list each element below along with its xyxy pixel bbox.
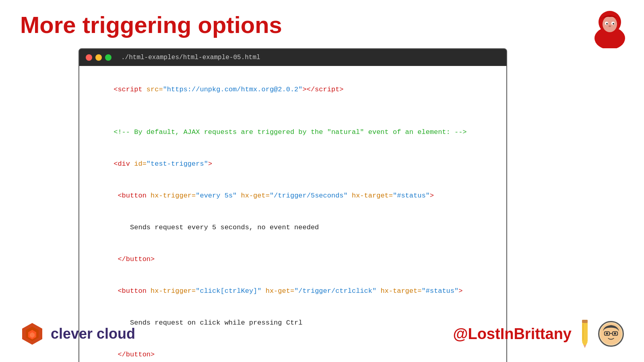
- code-div-tag: <div: [114, 160, 134, 168]
- code-blank-1: [89, 106, 497, 116]
- window-titlebar: ./html-examples/html-example-05.html: [79, 49, 506, 66]
- svg-point-2: [603, 16, 617, 32]
- code-tag: <script: [114, 86, 147, 93]
- code-btn2-attr1: hx-trigger=: [151, 287, 196, 295]
- avatar-mascot: [598, 321, 624, 347]
- code-btn2-attr3: hx-target=: [380, 287, 421, 295]
- code-comment-1: <!-- By default, AJAX requests are trigg…: [89, 116, 497, 148]
- code-div-close: >: [208, 160, 212, 168]
- code-space1: [114, 192, 118, 200]
- code-attr: src=: [147, 86, 163, 93]
- code-sp6: [114, 351, 118, 358]
- code-div-open: <div id="test-triggers">: [89, 148, 497, 180]
- svg-point-22: [614, 332, 616, 334]
- social-section: @LostInBrittany: [453, 318, 624, 350]
- svg-point-6: [613, 23, 614, 25]
- code-btn1-open: <button hx-trigger="every 5s" hx-get="/t…: [89, 180, 497, 212]
- clever-cloud-text: clever cloud: [51, 325, 135, 342]
- code-window: ./html-examples/html-example-05.html <sc…: [78, 48, 507, 362]
- window-path: ./html-examples/html-example-05.html: [121, 54, 260, 61]
- code-sp3: [114, 255, 118, 263]
- code-comment-text: <!-- By default, AJAX requests are trigg…: [114, 128, 466, 136]
- code-btn1-val3: "#status": [393, 192, 430, 200]
- bottom-bar: clever cloud @LostInBrittany: [0, 318, 644, 350]
- code-div-attr: id=: [134, 160, 147, 168]
- code-val: "https://unpkg.com/htmx.org@2.0.2": [163, 86, 303, 93]
- svg-point-21: [606, 332, 608, 334]
- traffic-light-yellow[interactable]: [95, 54, 102, 61]
- code-tag2: ></script>: [303, 86, 344, 93]
- code-div-val: "test-triggers": [147, 160, 208, 168]
- svg-point-5: [606, 23, 608, 25]
- code-btn1-attr2: hx-get=: [241, 192, 270, 200]
- page-title: More triggering options: [20, 11, 282, 38]
- svg-point-7: [609, 25, 611, 27]
- svg-marker-14: [584, 345, 586, 348]
- svg-rect-16: [582, 324, 584, 340]
- code-btn1-attr1: hx-trigger=: [151, 192, 196, 200]
- code-btn1-close: </button>: [89, 244, 497, 276]
- clever-cloud-icon: [20, 322, 44, 346]
- code-sp5: [376, 287, 380, 295]
- code-btn2-open: <button hx-trigger="click[ctrlKey]" hx-g…: [89, 276, 497, 307]
- code-btn2-attr2: hx-get=: [266, 287, 294, 295]
- code-sp1: [237, 192, 241, 200]
- code-space2: [114, 287, 118, 295]
- code-btn1-val2: "/trigger/5seconds": [270, 192, 348, 200]
- code-btn1-attr3: hx-target=: [352, 192, 393, 200]
- twitter-handle: @LostInBrittany: [453, 325, 572, 343]
- code-sp2: [348, 192, 352, 200]
- code-btn2-val1: "click[ctrlKey]": [196, 287, 261, 295]
- code-btn2-gt: >: [458, 287, 462, 295]
- code-sp4: [262, 287, 266, 295]
- svg-rect-15: [582, 320, 588, 323]
- code-line-1: <script src="https://unpkg.com/htmx.org@…: [89, 74, 497, 106]
- code-btn1-close-tag: </button>: [118, 255, 155, 263]
- code-btn1-val1: "every 5s": [196, 192, 237, 200]
- code-btn2-tag: <button: [118, 287, 151, 295]
- code-btn2-close-tag: </button>: [118, 351, 155, 358]
- traffic-light-green[interactable]: [105, 54, 111, 61]
- code-btn1-tag: <button: [118, 192, 151, 200]
- pencil-icon: [575, 318, 595, 350]
- code-btn1-gt: >: [430, 192, 434, 200]
- code-btn2-val3: "#status": [421, 287, 458, 295]
- clever-cloud-logo: clever cloud: [20, 322, 135, 346]
- code-btn1-content: Sends request every 5 seconds, no event …: [114, 224, 319, 231]
- traffic-light-red[interactable]: [86, 54, 92, 61]
- mascot-top-right: [588, 4, 632, 48]
- code-btn1-text: Sends request every 5 seconds, no event …: [89, 212, 497, 243]
- code-btn2-val2: "/trigger/ctrlclick": [294, 287, 376, 295]
